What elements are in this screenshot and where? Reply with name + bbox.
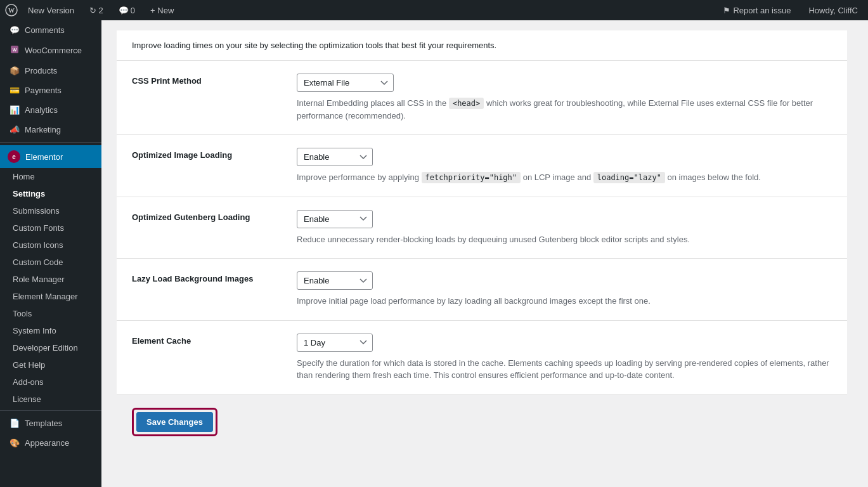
setting-content-element-cache: None 1 Hour 6 Hours 12 Hours 1 Day 1 Wee… <box>297 334 832 382</box>
submenu-item-custom-icons[interactable]: Custom Icons <box>0 237 101 254</box>
new-content-item[interactable]: + New <box>145 6 179 15</box>
sidebar-item-label: Products <box>25 66 57 75</box>
marketing-icon: 📣 <box>10 125 20 134</box>
element-cache-description: Specify the duration for which data is s… <box>297 357 832 382</box>
sidebar-item-payments[interactable]: 💳 Payments <box>0 81 101 100</box>
submenu-item-settings[interactable]: Settings <box>0 185 101 202</box>
howdy-item[interactable]: Howdy, CliffC <box>803 6 863 15</box>
optimized-image-select[interactable]: Enable Disable <box>297 148 373 166</box>
sidebar-item-comments[interactable]: 💬 Comments <box>0 20 101 40</box>
elementor-menu-header[interactable]: e Elementor <box>0 145 101 168</box>
save-btn-highlight: Save Changes <box>132 408 217 436</box>
sidebar-item-label: Payments <box>25 86 62 95</box>
admin-bar: W New Version ↻ 2 💬 0 + New ⚑ Report an … <box>0 0 868 20</box>
updates-item[interactable]: ↻ 2 <box>84 6 108 15</box>
setting-label-gutenberg: Optimized Gutenberg Loading <box>132 210 271 222</box>
sidebar-item-marketing[interactable]: 📣 Marketing <box>0 120 101 140</box>
submenu-item-element-manager[interactable]: Element Manager <box>0 288 101 305</box>
setting-content-css-print: External File Internal Embedding Interna… <box>297 74 832 122</box>
submenu-item-home[interactable]: Home <box>0 168 101 185</box>
settings-row-gutenberg: Optimized Gutenberg Loading Enable Disab… <box>117 197 847 259</box>
new-label: + New <box>150 6 174 15</box>
sidebar-item-products[interactable]: 📦 Products <box>0 61 101 81</box>
save-changes-wrapper: Save Changes <box>132 408 217 436</box>
submenu-item-custom-code[interactable]: Custom Code <box>0 254 101 271</box>
wp-logo[interactable]: W <box>5 4 18 16</box>
lazy-load-select[interactable]: Enable Disable <box>297 271 373 290</box>
sidebar-item-woocommerce[interactable]: W WooCommerce <box>0 40 101 61</box>
save-changes-button[interactable]: Save Changes <box>136 412 213 432</box>
settings-row-css-print: CSS Print Method External File Internal … <box>117 61 847 135</box>
elementor-icon: e <box>8 150 20 163</box>
sidebar-item-analytics[interactable]: 📊 Analytics <box>0 100 101 120</box>
gutenberg-loading-select[interactable]: Enable Disable <box>297 210 373 228</box>
submenu-item-tools[interactable]: Tools <box>0 305 101 322</box>
templates-icon: 📄 <box>10 419 20 428</box>
comments-icon: 💬 <box>10 25 20 35</box>
sidebar-item-label: Marketing <box>25 125 61 134</box>
report-issue-item[interactable]: ⚑ Report an issue <box>718 6 796 15</box>
setting-content-lazy-load: Enable Disable Improve initial page load… <box>297 271 832 308</box>
sidebar-item-label: Comments <box>25 25 65 35</box>
lazy-load-description: Improve initial page load performance by… <box>297 295 832 308</box>
analytics-icon: 📊 <box>10 105 20 115</box>
submenu-item-license[interactable]: License <box>0 391 101 408</box>
settings-row-image-loading: Optimized Image Loading Enable Disable I… <box>117 135 847 197</box>
admin-menu: 💬 Comments W WooCommerce 📦 Products 💳 Pa… <box>0 20 101 487</box>
css-print-method-select[interactable]: External File Internal Embedding <box>297 74 394 92</box>
payments-icon: 💳 <box>10 86 20 95</box>
setting-content-image-loading: Enable Disable Improve performance by ap… <box>297 148 832 184</box>
submenu-item-system-info[interactable]: System Info <box>0 322 101 339</box>
image-loading-description: Improve performance by applying fetchpri… <box>297 171 832 184</box>
setting-label-css-print: CSS Print Method <box>132 74 271 86</box>
elementor-submenu: Home Settings Submissions Custom Fonts C… <box>0 168 101 408</box>
element-cache-select[interactable]: None 1 Hour 6 Hours 12 Hours 1 Day 1 Wee… <box>297 334 373 352</box>
fetchpriority-code: fetchpriority="high" <box>422 172 521 183</box>
updates-count: 2 <box>99 6 103 15</box>
svg-text:W: W <box>8 7 15 14</box>
sidebar-item-label: Appearance <box>25 438 69 448</box>
sidebar-item-label: Analytics <box>25 105 58 115</box>
submenu-item-get-help[interactable]: Get Help <box>0 356 101 373</box>
submenu-item-custom-fonts[interactable]: Custom Fonts <box>0 219 101 237</box>
menu-separator-2 <box>0 410 101 411</box>
appearance-icon: 🎨 <box>10 438 20 448</box>
sidebar-item-appearance[interactable]: 🎨 Appearance <box>0 433 101 453</box>
submenu-item-submissions[interactable]: Submissions <box>0 202 101 219</box>
setting-label-image-loading: Optimized Image Loading <box>132 148 271 160</box>
setting-content-gutenberg: Enable Disable Reduce unnecessary render… <box>297 210 832 246</box>
setting-label-element-cache: Element Cache <box>132 334 271 346</box>
loading-lazy-code: loading="lazy" <box>593 172 665 183</box>
submenu-item-add-ons[interactable]: Add-ons <box>0 373 101 391</box>
admin-bar-right: ⚑ Report an issue Howdy, CliffC <box>718 6 863 15</box>
sidebar-item-label: Templates <box>25 419 62 428</box>
svg-text:W: W <box>13 48 17 52</box>
wp-main: 💬 Comments W WooCommerce 📦 Products 💳 Pa… <box>0 20 868 487</box>
woocommerce-icon: W <box>10 45 20 56</box>
head-code: <head> <box>449 98 484 109</box>
products-icon: 📦 <box>10 66 20 75</box>
sidebar-item-label: WooCommerce <box>25 46 82 55</box>
submenu-item-developer-edition[interactable]: Developer Edition <box>0 339 101 356</box>
settings-wrap: Improve loading times on your site by se… <box>101 20 862 459</box>
settings-row-element-cache: Element Cache None 1 Hour 6 Hours 12 Hou… <box>117 321 847 395</box>
menu-separator <box>0 142 101 143</box>
site-name[interactable]: New Version <box>23 6 79 15</box>
elementor-label: Elementor <box>25 152 63 162</box>
comments-count: 0 <box>131 6 135 15</box>
sidebar-item-templates[interactable]: 📄 Templates <box>0 413 101 433</box>
submenu-item-role-manager[interactable]: Role Manager <box>0 271 101 288</box>
settings-row-lazy-load: Lazy Load Background Images Enable Disab… <box>117 259 847 321</box>
comments-item[interactable]: 💬 0 <box>113 6 140 15</box>
gutenberg-description: Reduce unnecessary render-blocking loads… <box>297 233 832 246</box>
content-area: Improve loading times on your site by se… <box>101 20 868 487</box>
css-print-description: Internal Embedding places all CSS in the… <box>297 97 832 122</box>
intro-text: Improve loading times on your site by se… <box>117 30 847 61</box>
setting-label-lazy-load: Lazy Load Background Images <box>132 271 271 283</box>
